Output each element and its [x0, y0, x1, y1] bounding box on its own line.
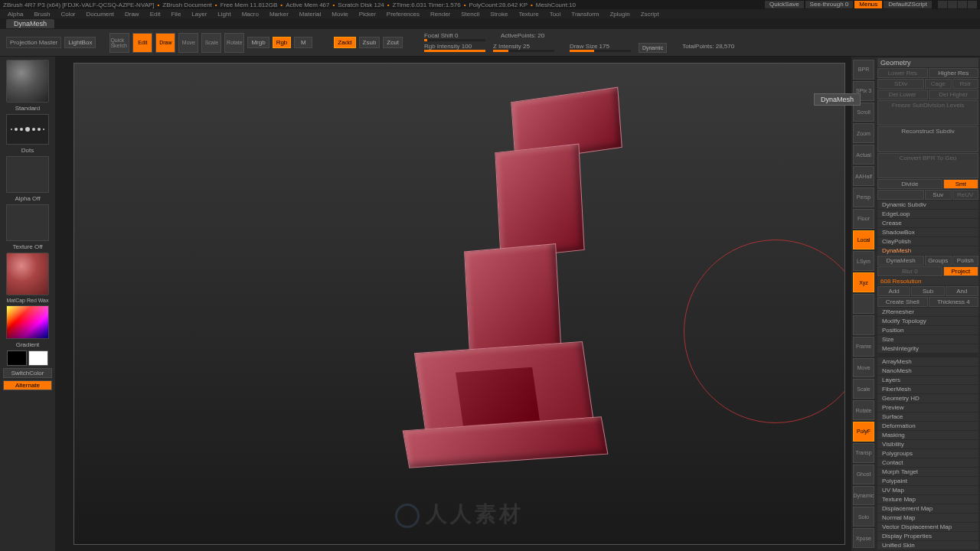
dynamic-nav-button[interactable]: Dynamic: [853, 486, 874, 506]
zcut-button[interactable]: Zcut: [383, 37, 403, 48]
deformation-section[interactable]: Deformation: [877, 422, 978, 430]
scale-button[interactable]: Scale: [201, 33, 221, 53]
rotate-button[interactable]: Rotate: [224, 33, 244, 53]
menu-file[interactable]: File: [171, 11, 181, 18]
sdiv-slider[interactable]: SDiv: [877, 79, 924, 89]
vector-disp-map-section[interactable]: Vector Displacement Map: [877, 523, 978, 531]
menu-alpha[interactable]: Alpha: [8, 11, 23, 18]
position-section[interactable]: Position: [877, 326, 978, 334]
floor-button[interactable]: Floor: [853, 209, 874, 229]
polypaint-section[interactable]: Polypaint: [877, 477, 978, 485]
menu-stroke[interactable]: Stroke: [490, 11, 508, 18]
dock-icon[interactable]: [853, 294, 874, 314]
material-selector[interactable]: [6, 253, 49, 295]
menu-draw[interactable]: Draw: [125, 11, 139, 18]
aahalf-button[interactable]: AAHalf: [853, 166, 874, 186]
menu-stencil[interactable]: Stencil: [461, 11, 479, 18]
menu-texture[interactable]: Texture: [518, 11, 538, 18]
crease-section[interactable]: Crease: [877, 219, 978, 227]
max-icon[interactable]: [948, 1, 957, 8]
menu-zscript[interactable]: Zscript: [641, 11, 659, 18]
draw-size-slider[interactable]: Draw Size 175: [570, 43, 631, 53]
reconstruct-subdiv-button[interactable]: Reconstruct Subdiv: [877, 126, 978, 152]
claypolish-section[interactable]: ClayPolish: [877, 237, 978, 246]
quicksave-button[interactable]: QuickSave: [765, 1, 804, 8]
modify-topology-section[interactable]: Modify Topology: [877, 317, 978, 325]
rstr-button[interactable]: Rstr: [952, 79, 979, 89]
masking-section[interactable]: Masking: [877, 431, 978, 439]
m-button[interactable]: M: [294, 37, 312, 48]
menu-movie[interactable]: Movie: [332, 11, 348, 18]
dynamesh-section[interactable]: DynaMesh: [877, 246, 978, 255]
rgb-button[interactable]: Rgb: [273, 37, 292, 48]
stroke-selector[interactable]: [6, 114, 49, 145]
menu-material[interactable]: Material: [299, 11, 321, 18]
surface-section[interactable]: Surface: [877, 412, 978, 421]
menu-light[interactable]: Light: [217, 11, 230, 18]
and-button[interactable]: And: [946, 286, 978, 296]
layers-section[interactable]: Layers: [877, 376, 978, 384]
contact-section[interactable]: Contact: [877, 458, 978, 467]
suv-button[interactable]: Suv: [925, 190, 952, 200]
lower-res-button[interactable]: Lower Res: [877, 68, 928, 78]
projection-master-button[interactable]: Projection Master: [6, 37, 61, 48]
arraymesh-section[interactable]: ArrayMesh: [877, 357, 978, 366]
persp-button[interactable]: Persp: [853, 187, 874, 207]
add-button[interactable]: Add: [877, 286, 910, 296]
default-zscript[interactable]: DefaultZScript: [884, 1, 932, 8]
divide-button[interactable]: Divide: [877, 179, 942, 189]
rgb-intensity-slider[interactable]: Rgb Intensity 100: [424, 43, 485, 53]
polygroups-section[interactable]: Polygroups: [877, 449, 978, 458]
quicksketch-button[interactable]: Quick Sketch: [109, 33, 129, 53]
visibility-section[interactable]: Visibility: [877, 440, 978, 448]
menu-macro[interactable]: Macro: [242, 11, 259, 18]
scale-nav-button[interactable]: Scale: [853, 379, 874, 399]
higher-res-button[interactable]: Higher Res: [929, 68, 979, 78]
texture-map-section[interactable]: Texture Map: [877, 495, 978, 504]
sub-button[interactable]: Sub: [911, 286, 944, 296]
thickness-slider[interactable]: Thickness 4: [929, 297, 979, 307]
menus-button[interactable]: Menus: [854, 1, 882, 8]
mesh-integrity-section[interactable]: MeshIntegrity: [877, 344, 978, 353]
menu-color[interactable]: Color: [60, 11, 75, 18]
dock-icon[interactable]: [853, 315, 874, 335]
z-intensity-slider[interactable]: Z Intensity 25: [493, 43, 554, 53]
uv-map-section[interactable]: UV Map: [877, 486, 978, 494]
menu-tool[interactable]: Tool: [550, 11, 561, 18]
actual-button[interactable]: Actual: [853, 145, 874, 165]
menu-layer[interactable]: Layer: [191, 11, 207, 18]
solo-button[interactable]: Solo: [853, 507, 874, 527]
viewport[interactable]: 人人素材: [74, 63, 845, 545]
nanomesh-section[interactable]: NanoMesh: [877, 367, 978, 375]
zsub-button[interactable]: Zsub: [359, 37, 381, 48]
xpose-button[interactable]: Xpose: [853, 528, 874, 548]
menu-preferences[interactable]: Preferences: [387, 11, 420, 18]
zoom-button[interactable]: Zoom: [853, 123, 874, 143]
draw-button[interactable]: Draw: [155, 33, 175, 53]
preview-section[interactable]: Preview: [877, 403, 978, 412]
morph-target-section[interactable]: Morph Target: [877, 468, 978, 476]
xyz-button[interactable]: Xyz: [853, 272, 874, 292]
create-shell-button[interactable]: Create Shell: [877, 297, 928, 307]
menu-render[interactable]: Render: [430, 11, 450, 18]
tool-tab[interactable]: DynaMesh: [6, 19, 54, 28]
shadowbox-section[interactable]: ShadowBox: [877, 228, 978, 236]
dynamic-button[interactable]: Dynamic: [639, 43, 667, 53]
switch-color-button[interactable]: SwitchColor: [3, 368, 52, 378]
transp-button[interactable]: Transp: [853, 443, 874, 463]
texture-selector[interactable]: [6, 204, 49, 241]
brush-selector[interactable]: [6, 60, 49, 103]
seethrough-slider[interactable]: See-through 0: [805, 1, 854, 8]
frame-button[interactable]: Frame: [853, 337, 874, 357]
color-picker[interactable]: [6, 305, 49, 339]
displacement-map-section[interactable]: Displacement Map: [877, 504, 978, 513]
groups-button[interactable]: Groups: [925, 256, 952, 266]
local-button[interactable]: Local: [853, 230, 874, 250]
alternate-button[interactable]: Alternate: [3, 380, 52, 390]
unified-skin-section[interactable]: Unified Skin: [877, 541, 978, 549]
lsym-button[interactable]: LSym: [853, 251, 874, 271]
menu-picker[interactable]: Picker: [359, 11, 376, 18]
edit-button[interactable]: Edit: [132, 33, 152, 53]
smt-button[interactable]: Smt: [943, 179, 978, 189]
menu-zplugin[interactable]: Zplugin: [609, 11, 629, 18]
